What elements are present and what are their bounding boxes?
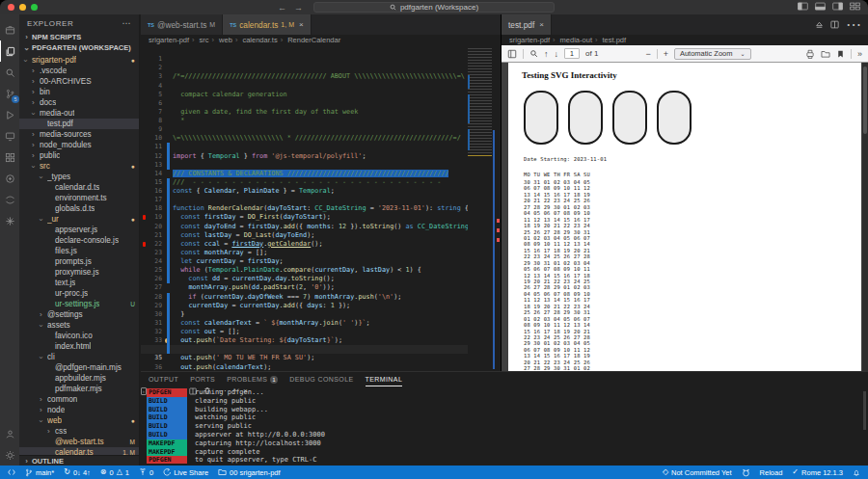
pdf-more-tools-icon[interactable]: » bbox=[857, 49, 862, 59]
toggle-panel-icon[interactable] bbox=[815, 2, 826, 11]
code-line[interactable]: 11 bbox=[141, 134, 468, 143]
panel-tab[interactable]: DEBUG CONSOLE bbox=[289, 372, 353, 386]
extensions-icon[interactable] bbox=[0, 146, 19, 168]
pill-shape[interactable] bbox=[657, 91, 692, 145]
notifications-bell[interactable] bbox=[853, 468, 860, 477]
search-view-icon[interactable] bbox=[0, 62, 19, 83]
tree-item[interactable]: media-sources bbox=[19, 129, 139, 140]
code-line[interactable]: 15 bbox=[141, 170, 468, 178]
tree-item[interactable]: cli bbox=[19, 352, 139, 362]
tree-item[interactable]: _ur ● bbox=[19, 214, 139, 225]
close-window-button[interactable] bbox=[8, 4, 14, 11]
tree-item[interactable]: appserver.js bbox=[19, 225, 139, 235]
minimize-window-button[interactable] bbox=[19, 4, 26, 11]
breadcrumb-item[interactable]: src bbox=[189, 36, 209, 44]
lightbulb-icon[interactable] bbox=[165, 338, 170, 343]
window-controls[interactable] bbox=[8, 4, 38, 11]
tree-item[interactable]: proxymise.js bbox=[19, 267, 139, 278]
code-line[interactable]: 7 bbox=[141, 99, 468, 108]
panel-tab[interactable]: PORTS bbox=[190, 372, 215, 386]
code-line[interactable]: 5 given a date, find the first day of th… bbox=[141, 82, 468, 91]
formatter-status[interactable]: ✓ Rome 12.1.3 bbox=[792, 468, 843, 477]
tree-item[interactable]: 00-ARCHIVES bbox=[19, 76, 139, 87]
open-external-icon[interactable] bbox=[815, 20, 824, 29]
panel-tab[interactable]: TERMINAL bbox=[366, 372, 403, 386]
command-center-search[interactable]: pdfgarten (Workspace) bbox=[313, 2, 555, 13]
tab-close-icon[interactable]: × bbox=[539, 20, 544, 29]
code-line[interactable]: 35 return out.join('\n'); bbox=[141, 345, 468, 354]
tree-item[interactable]: node bbox=[19, 405, 139, 415]
more-actions-icon[interactable]: ⋯ bbox=[846, 15, 861, 34]
code-line[interactable]: 8 \=\\\\\\\\\\\\\\\\\\\\\\\\\\ * ///////… bbox=[141, 108, 468, 117]
tree-item[interactable]: public bbox=[19, 150, 139, 161]
code-line[interactable]: 10 import { Temporal } from '@js-tempora… bbox=[141, 125, 468, 134]
tree-item[interactable]: prompts.js bbox=[19, 256, 139, 267]
code-line[interactable]: 18 const dayToEnd = firstDay.add({ month… bbox=[141, 196, 468, 204]
github-status[interactable] bbox=[742, 468, 750, 477]
source-control-icon[interactable]: 5 bbox=[0, 83, 19, 104]
toggle-secondary-sidebar-icon[interactable] bbox=[832, 2, 843, 11]
reload-button[interactable]: Reload bbox=[760, 468, 783, 477]
code-line[interactable]: 25 monthArray.push(dd.padStart(2, '0')); bbox=[141, 257, 468, 266]
ports-status[interactable]: 0 bbox=[139, 468, 153, 477]
tree-item[interactable]: ur-proc.js bbox=[19, 288, 139, 299]
code-line[interactable]: 12 /// CONSTANTS & DECLARATIONS ////////… bbox=[141, 143, 468, 151]
tree-item[interactable]: globals.d.ts bbox=[19, 203, 139, 214]
code-line[interactable]: 22 let currentDay = firstDay; bbox=[141, 231, 468, 240]
panel-tab[interactable]: OUTPUT bbox=[149, 372, 178, 386]
tree-item[interactable]: declare-console.js bbox=[19, 235, 139, 246]
live-share-status[interactable]: Live Share bbox=[163, 468, 208, 477]
code-line[interactable]: 34 out.push(calendarText); bbox=[141, 336, 468, 345]
tree-item[interactable]: media-out bbox=[19, 108, 139, 119]
customize-layout-icon[interactable] bbox=[850, 2, 860, 11]
breadcrumb-item[interactable]: RenderCalendar bbox=[278, 36, 341, 44]
code-line[interactable]: 21 const monthArray = []; bbox=[141, 223, 468, 231]
code-line[interactable]: 20 const ccal = firstDay.getCalendar(); bbox=[141, 213, 468, 222]
tree-item[interactable]: calendar.ts 1, M bbox=[19, 447, 139, 455]
pill-shape[interactable] bbox=[568, 91, 603, 145]
pdf-find-icon[interactable] bbox=[529, 49, 538, 58]
pdf-bookmark-icon[interactable] bbox=[836, 49, 845, 59]
editor-tab[interactable]: @web-start.ts M bbox=[141, 14, 223, 35]
nav-back-icon[interactable]: ← bbox=[278, 3, 286, 13]
breadcrumb-item[interactable]: srigarten-pdf bbox=[509, 36, 550, 44]
pill-shape[interactable] bbox=[612, 91, 647, 145]
code-line[interactable]: 1 /*=///////////////////////////////////… bbox=[141, 46, 468, 55]
pill-shape[interactable] bbox=[524, 91, 558, 145]
toggle-sidebar-icon[interactable] bbox=[798, 2, 808, 11]
breadcrumb-item[interactable]: srigarten-pdf bbox=[149, 36, 189, 44]
code-line[interactable]: 19 const lastDay = DO_Last(dayToEnd); bbox=[141, 204, 468, 213]
terminal-output[interactable]: PDFGEN running pdfgen... BUILD clearing … bbox=[147, 388, 858, 464]
panel-tab[interactable]: PROBLEMS 1 bbox=[227, 372, 278, 386]
commit-status[interactable]: ◇ Not Committed Yet bbox=[663, 468, 732, 477]
tree-item[interactable]: assets bbox=[19, 320, 139, 331]
code-line[interactable]: 4 bbox=[141, 72, 468, 81]
code-line[interactable]: 36 } bbox=[141, 354, 468, 362]
pdf-sidebar-toggle-icon[interactable] bbox=[507, 49, 517, 59]
tree-item[interactable]: bin bbox=[19, 87, 139, 97]
tree-item[interactable]: src ● bbox=[19, 161, 139, 172]
code-line[interactable]: 31 out.push(`Date Starting: ${dayToStart… bbox=[141, 310, 468, 319]
pdf-prev-page-icon[interactable]: ↑ bbox=[544, 49, 549, 59]
code-line[interactable]: 2 bbox=[141, 55, 468, 64]
workspace-section[interactable]: ⌄ PDFGARTEN (WORKSPACE) bbox=[19, 42, 139, 53]
tree-item[interactable]: @pdfgen-main.mjs bbox=[19, 362, 139, 373]
tree-item[interactable]: favicon.ico bbox=[19, 331, 139, 341]
tree-item[interactable]: files.js bbox=[19, 246, 139, 256]
workspace-status[interactable]: 00 srigarten-pdf bbox=[218, 468, 281, 477]
zoom-window-button[interactable] bbox=[31, 4, 38, 11]
tree-item[interactable]: environment.ts bbox=[19, 193, 139, 203]
code-line[interactable]: 30 const out = []; bbox=[141, 302, 468, 310]
overview-ruler[interactable] bbox=[493, 45, 501, 371]
code-line[interactable]: 6 * bbox=[141, 91, 468, 99]
remote-explorer-icon[interactable] bbox=[0, 125, 19, 146]
account-icon[interactable] bbox=[0, 423, 19, 444]
tree-item[interactable]: _types bbox=[19, 172, 139, 182]
code-line[interactable]: 17 const firstDay = DO_First(dayToStart)… bbox=[141, 187, 468, 196]
npm-scripts-section[interactable]: › NPM SCRIPTS bbox=[19, 32, 139, 42]
tree-item[interactable]: docs bbox=[19, 97, 139, 108]
pdf-zoom-out-icon[interactable]: − bbox=[645, 49, 650, 59]
pdf-print-icon[interactable] bbox=[805, 49, 815, 59]
live-share-icon[interactable] bbox=[0, 189, 19, 210]
pdf-scrollbar[interactable] bbox=[862, 63, 868, 371]
